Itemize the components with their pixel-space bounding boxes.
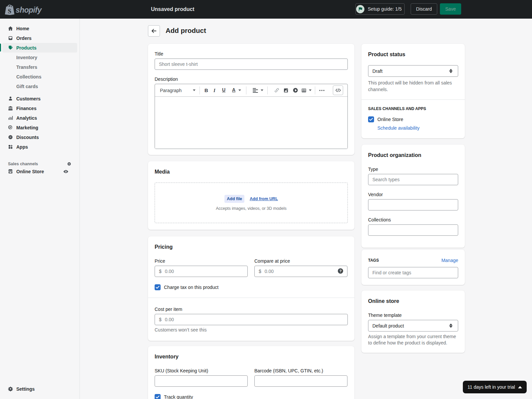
svg-text:?: ? xyxy=(339,269,342,273)
svg-text:A: A xyxy=(232,87,235,92)
svg-text:B: B xyxy=(204,88,208,93)
svg-text:I: I xyxy=(213,88,216,93)
svg-text:shopify: shopify xyxy=(16,6,42,14)
svg-text:S: S xyxy=(8,8,12,15)
svg-text:U: U xyxy=(222,87,225,92)
